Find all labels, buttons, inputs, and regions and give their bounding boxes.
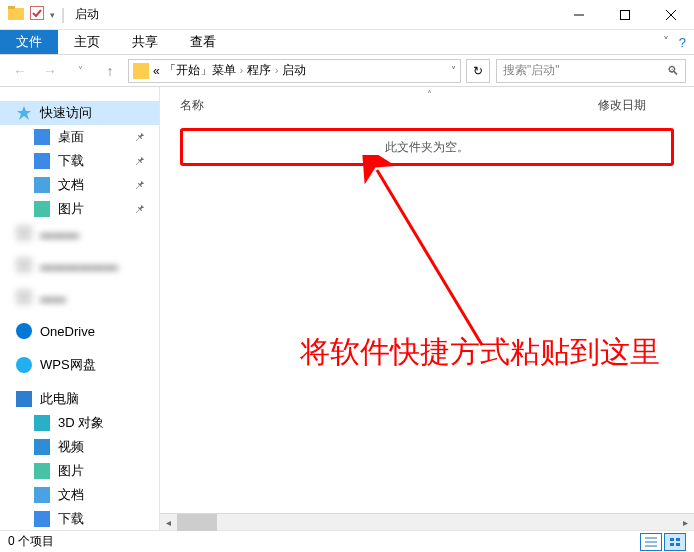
sidebar-onedrive[interactable]: OneDrive	[0, 319, 159, 343]
item-icon	[34, 201, 50, 217]
cloud-icon	[16, 357, 32, 373]
pin-icon: 📌︎	[134, 203, 145, 215]
sidebar-item-label: 下载	[58, 152, 84, 170]
tab-share[interactable]: 共享	[116, 30, 174, 54]
status-item-count: 0 个项目	[8, 533, 54, 550]
sidebar-item-blurred[interactable]: ▬▬▬▬▬▬	[0, 245, 159, 285]
back-button[interactable]: ←	[8, 59, 32, 83]
column-name[interactable]: 名称	[180, 97, 598, 114]
sidebar-item-label: OneDrive	[40, 324, 95, 339]
view-icons-button[interactable]	[664, 533, 686, 551]
sidebar-item-label: 此电脑	[40, 390, 79, 408]
ribbon-tabs: 文件 主页 共享 查看 ˅ ?	[0, 30, 694, 55]
svg-rect-13	[670, 543, 674, 546]
sidebar-item[interactable]: 视频	[0, 435, 159, 459]
svg-marker-7	[17, 106, 31, 120]
svg-rect-12	[676, 538, 680, 541]
column-modified[interactable]: 修改日期	[598, 97, 668, 114]
svg-rect-14	[676, 543, 680, 546]
up-button[interactable]: ↑	[98, 59, 122, 83]
sidebar-item-label: 图片	[58, 462, 84, 480]
pin-icon: 📌︎	[134, 179, 145, 191]
sidebar-item[interactable]: 图片	[0, 459, 159, 483]
recent-dropdown[interactable]: ˅	[68, 59, 92, 83]
folder-icon	[8, 5, 24, 25]
breadcrumb[interactable]: « 「开始」菜单 › 程序 › 启动 ˅	[128, 59, 461, 83]
svg-rect-1	[8, 6, 15, 9]
sidebar-item[interactable]: 文档	[0, 483, 159, 507]
file-tab[interactable]: 文件	[0, 30, 58, 54]
chevron-right-icon: ›	[271, 65, 282, 76]
svg-rect-0	[8, 8, 24, 20]
sidebar-item-label: 视频	[58, 438, 84, 456]
breadcrumb-dropdown-icon[interactable]: ˅	[451, 65, 456, 76]
sidebar-this-pc[interactable]: 此电脑	[0, 387, 159, 411]
breadcrumb-part[interactable]: 程序	[247, 62, 271, 79]
window-title: 启动	[65, 6, 99, 23]
sidebar-item[interactable]: 3D 对象	[0, 411, 159, 435]
pc-icon	[16, 391, 32, 407]
ribbon-collapse-icon[interactable]: ˅	[663, 35, 669, 49]
maximize-button[interactable]	[602, 0, 648, 30]
sidebar-item-label: 桌面	[58, 128, 84, 146]
breadcrumb-part[interactable]: 「开始」菜单	[160, 62, 236, 79]
onedrive-icon	[16, 323, 32, 339]
item-icon	[34, 177, 50, 193]
scroll-thumb[interactable]	[177, 514, 217, 531]
sidebar-item-label: 图片	[58, 200, 84, 218]
tab-view[interactable]: 查看	[174, 30, 232, 54]
sidebar-item-label: 文档	[58, 486, 84, 504]
sidebar-quick-access[interactable]: 快速访问	[0, 101, 159, 125]
item-icon	[34, 487, 50, 503]
qat: ▾ |	[0, 5, 65, 25]
folder-icon	[16, 289, 32, 305]
sidebar: 快速访问 桌面📌︎下载📌︎文档📌︎图片📌︎ ▬▬▬ ▬▬▬▬▬▬ ▬▬ OneD…	[0, 87, 160, 530]
sidebar-item-label: 下载	[58, 510, 84, 528]
breadcrumb-prefix: «	[153, 64, 160, 78]
breadcrumb-part[interactable]: 启动	[282, 62, 306, 79]
sidebar-item[interactable]: 文档📌︎	[0, 173, 159, 197]
search-placeholder: 搜索"启动"	[503, 62, 560, 79]
svg-rect-2	[31, 6, 44, 19]
checkbox-icon[interactable]	[30, 6, 44, 24]
annotation-text: 将软件快捷方式粘贴到这里	[300, 328, 660, 376]
scroll-right-icon[interactable]: ▸	[677, 517, 694, 528]
help-icon[interactable]: ?	[679, 35, 686, 50]
refresh-button[interactable]: ↻	[466, 59, 490, 83]
sidebar-item[interactable]: 图片📌︎	[0, 197, 159, 221]
sidebar-item-label: 快速访问	[40, 104, 92, 122]
minimize-button[interactable]	[556, 0, 602, 30]
sidebar-item-label: 3D 对象	[58, 414, 104, 432]
sidebar-item-label: WPS网盘	[40, 356, 96, 374]
column-headers: ˄ 名称 修改日期	[160, 87, 694, 120]
statusbar: 0 个项目	[0, 530, 694, 552]
horizontal-scrollbar[interactable]: ◂ ▸	[160, 513, 694, 530]
sidebar-item[interactable]: 下载📌︎	[0, 149, 159, 173]
close-button[interactable]	[648, 0, 694, 30]
sidebar-item-blurred[interactable]: ▬▬▬	[0, 221, 159, 245]
sort-indicator-icon: ˄	[427, 89, 432, 100]
item-icon	[34, 439, 50, 455]
scroll-left-icon[interactable]: ◂	[160, 517, 177, 528]
item-icon	[34, 129, 50, 145]
folder-icon	[133, 63, 149, 79]
pin-icon: 📌︎	[134, 131, 145, 143]
sidebar-wps[interactable]: WPS网盘	[0, 353, 159, 377]
qat-dropdown-icon[interactable]: ▾	[50, 10, 55, 20]
view-details-button[interactable]	[640, 533, 662, 551]
chevron-right-icon: ›	[236, 65, 247, 76]
sidebar-item[interactable]: 下载	[0, 507, 159, 530]
svg-rect-11	[670, 538, 674, 541]
search-icon[interactable]: 🔍︎	[667, 64, 679, 78]
sidebar-item[interactable]: 桌面📌︎	[0, 125, 159, 149]
sidebar-item-blurred[interactable]: ▬▬	[0, 285, 159, 309]
navbar: ← → ˅ ↑ « 「开始」菜单 › 程序 › 启动 ˅ ↻ 搜索"启动" 🔍︎	[0, 55, 694, 87]
item-icon	[34, 415, 50, 431]
empty-text: 此文件夹为空。	[385, 139, 469, 156]
item-icon	[34, 463, 50, 479]
sidebar-item-label: 文档	[58, 176, 84, 194]
star-icon	[16, 105, 32, 121]
tab-home[interactable]: 主页	[58, 30, 116, 54]
search-input[interactable]: 搜索"启动" 🔍︎	[496, 59, 686, 83]
forward-button[interactable]: →	[38, 59, 62, 83]
